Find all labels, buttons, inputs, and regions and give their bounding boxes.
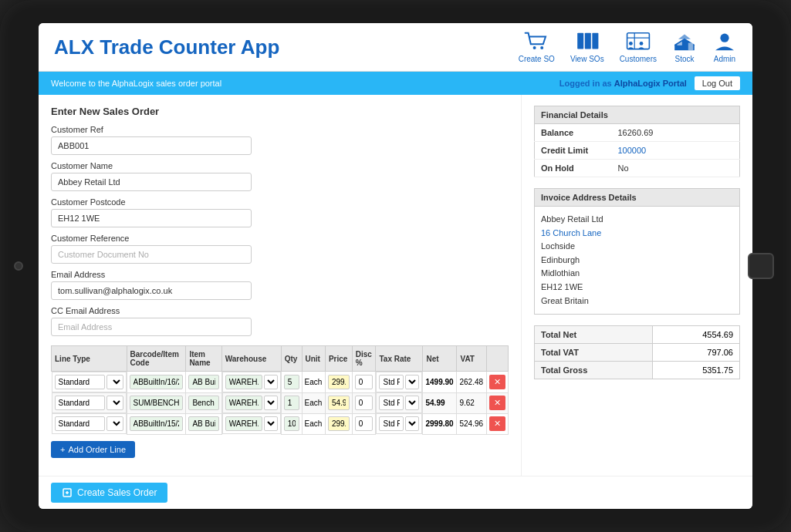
item-name-input[interactable] [188, 416, 218, 431]
disc-cell [352, 413, 376, 434]
disc-cell [352, 392, 376, 413]
item-name-input[interactable] [188, 375, 218, 389]
vat-cell: 262.48 [457, 372, 486, 393]
col-header-vat: VAT [457, 346, 486, 372]
invoice-address: Abbey Retail Ltd16 Church LaneLochsideEd… [534, 206, 740, 315]
col-header-price: Price [325, 346, 352, 372]
vat-cell: 524.96 [457, 413, 486, 434]
qty-cell [281, 372, 302, 393]
nav-stock[interactable]: Stock [672, 31, 697, 63]
disc-input[interactable] [355, 416, 374, 431]
invoice-address-line: Lochside [541, 240, 733, 254]
barcode-cell [127, 392, 186, 413]
qty-input[interactable] [284, 396, 299, 410]
line-type-select[interactable]: ▼ [106, 375, 123, 389]
delete-line-button[interactable]: ✕ [489, 375, 505, 389]
customer-postcode-input[interactable] [51, 209, 252, 227]
tax-select[interactable]: ▼ [405, 396, 419, 410]
qty-input[interactable] [284, 416, 299, 431]
nav-admin-label: Admin [714, 55, 735, 63]
financial-row: Balance16260.69 [535, 124, 740, 142]
financial-label: On Hold [535, 160, 612, 177]
vat-cell: 9.62 [457, 392, 486, 413]
warehouse-select[interactable]: ▼ [264, 416, 278, 431]
add-order-line-button[interactable]: + Add Order Line [51, 441, 135, 458]
barcode-input[interactable] [130, 375, 184, 389]
tax-select[interactable]: ▼ [405, 416, 419, 431]
invoice-address-line: Great Britain [541, 295, 733, 308]
financial-section: Financial Details Balance16260.69Credit … [534, 106, 740, 177]
add-line-label: Add Order Line [68, 445, 126, 454]
customers-icon [626, 31, 651, 52]
price-cell [325, 392, 352, 413]
customer-name-group: Customer Name [51, 161, 509, 191]
line-type-input[interactable] [55, 416, 105, 431]
col-header-barcode: Barcode/Item Code [127, 346, 186, 372]
financial-label: Balance [535, 124, 612, 142]
order-lines-container: Line Type Barcode/Item Code Item Name Wa… [51, 345, 509, 458]
svg-rect-3 [585, 33, 591, 49]
cart-icon [524, 31, 549, 52]
financial-value: 16260.69 [612, 124, 740, 142]
disc-input[interactable] [355, 396, 374, 410]
price-input[interactable] [328, 396, 350, 410]
customer-reference-input[interactable] [51, 245, 252, 264]
qty-input[interactable] [284, 375, 299, 389]
barcode-input[interactable] [130, 396, 184, 410]
tax-input[interactable] [379, 396, 404, 410]
price-input[interactable] [328, 416, 350, 431]
warehouse-input[interactable] [225, 416, 262, 431]
customer-name-input[interactable] [51, 173, 252, 191]
screen: ALX Trade Counter App Create SO [39, 23, 752, 509]
app-title: ALX Trade Counter App [54, 35, 279, 59]
line-type-select[interactable]: ▼ [106, 416, 123, 431]
tax-input[interactable] [379, 416, 404, 431]
line-type-input[interactable] [55, 396, 105, 410]
customer-reference-group: Customer Reference [51, 234, 509, 264]
warehouse-cell: ▼ [222, 372, 281, 392]
invoice-address-line: Edinburgh [541, 254, 733, 268]
line-type-select[interactable]: ▼ [106, 396, 123, 410]
customer-ref-group: Customer Ref [51, 125, 509, 155]
email-input[interactable] [51, 281, 252, 300]
warehouse-input[interactable] [225, 396, 262, 410]
table-row: ▼▼Each▼2999.80524.96✕ [52, 413, 509, 434]
barcode-input[interactable] [130, 416, 184, 431]
warehouse-select[interactable]: ▼ [264, 375, 278, 389]
svg-rect-11 [688, 43, 693, 51]
create-order-label: Create Sales Order [77, 487, 157, 498]
warehouse-select[interactable]: ▼ [264, 396, 278, 410]
delete-line-button[interactable]: ✕ [489, 396, 505, 410]
tax-select[interactable]: ▼ [405, 375, 419, 389]
totals-value: 5351.75 [653, 362, 740, 379]
nav-admin[interactable]: Admin [712, 31, 737, 63]
col-header-tax: Tax Rate [376, 346, 423, 372]
price-input[interactable] [328, 375, 350, 389]
add-line-icon: + [60, 445, 65, 454]
unit-cell: Each [302, 413, 325, 434]
item-name-cell [186, 372, 221, 393]
customer-ref-input[interactable] [51, 136, 252, 155]
delete-line-button[interactable]: ✕ [489, 416, 505, 431]
cc-email-group: CC Email Address [51, 306, 509, 336]
disc-cell [352, 372, 376, 393]
nav-view-sos[interactable]: View SOs [570, 31, 604, 63]
create-order-button[interactable]: Create Sales Order [51, 483, 167, 503]
email-group: Email Address [51, 270, 509, 300]
nav-create-so[interactable]: Create SO [519, 31, 555, 63]
tax-cell: ▼ [376, 372, 422, 392]
item-name-input[interactable] [188, 396, 218, 410]
totals-row: Total VAT797.06 [535, 344, 740, 362]
totals-label: Total VAT [535, 344, 653, 362]
svg-point-12 [720, 34, 728, 42]
cc-email-input[interactable] [51, 318, 252, 336]
line-type-input[interactable] [55, 375, 105, 389]
warehouse-input[interactable] [225, 375, 262, 389]
nav-customers[interactable]: Customers [620, 31, 657, 63]
tax-input[interactable] [379, 375, 404, 389]
book-icon [575, 31, 600, 52]
logout-button[interactable]: Log Out [695, 76, 740, 90]
financial-label: Credit Limit [535, 142, 612, 160]
disc-input[interactable] [355, 375, 374, 389]
net-cell: 54.99 [423, 392, 457, 413]
